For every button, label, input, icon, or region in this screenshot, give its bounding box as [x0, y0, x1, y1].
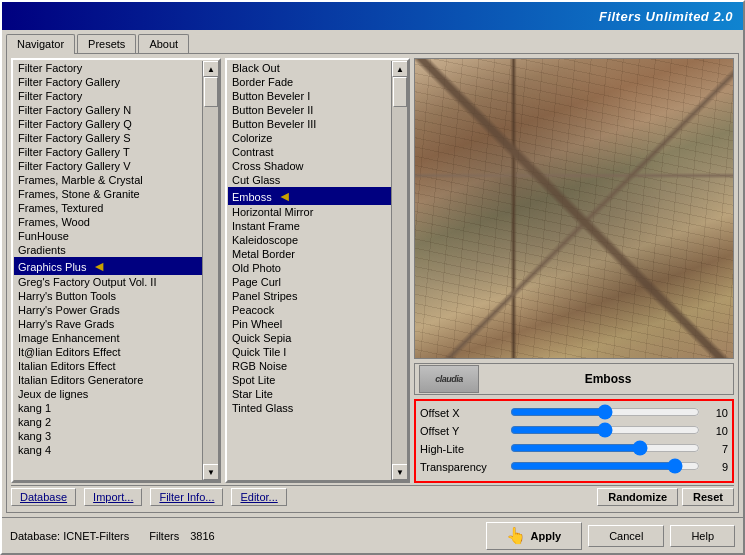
left-list-item[interactable]: Filter Factory [14, 61, 202, 75]
left-list-item[interactable]: Filter Factory Gallery Q [14, 117, 202, 131]
left-list-item[interactable]: Gradients [14, 243, 202, 257]
scroll-down-btn[interactable]: ▼ [203, 464, 219, 480]
filter-name-display: Emboss [487, 372, 729, 386]
left-list-item[interactable]: Filter Factory Gallery S [14, 131, 202, 145]
middle-list-item[interactable]: Old Photo [228, 261, 391, 275]
middle-list-item[interactable]: Emboss ◄ [228, 187, 391, 205]
middle-list-item[interactable]: Tinted Glass [228, 401, 391, 415]
cancel-btn[interactable]: Cancel [588, 525, 664, 547]
left-list-item[interactable]: Frames, Marble & Crystal [14, 173, 202, 187]
left-scrollbar[interactable]: ▲ ▼ [202, 61, 218, 480]
param-label: Offset Y [420, 425, 510, 437]
left-list-item[interactable]: Harry's Power Grads [14, 303, 202, 317]
pane-area: Filter FactoryFilter Factory GalleryFilt… [11, 58, 734, 483]
middle-list-item[interactable]: Peacock [228, 303, 391, 317]
middle-list-item[interactable]: Metal Border [228, 247, 391, 261]
left-list-item[interactable]: It@lian Editors Effect [14, 345, 202, 359]
scroll-up-btn[interactable]: ▲ [203, 61, 219, 77]
middle-list-item[interactable]: Cut Glass [228, 173, 391, 187]
left-list-item[interactable]: Filter Factory Gallery T [14, 145, 202, 159]
category-list[interactable]: Filter FactoryFilter Factory GalleryFilt… [14, 61, 202, 480]
filter-info-bar: claudia Emboss [414, 363, 734, 395]
middle-list-item[interactable]: Quick Sepia [228, 331, 391, 345]
scroll-thumb-mid[interactable] [393, 77, 407, 107]
filters-status: Filters 3816 [149, 530, 215, 542]
left-list-item[interactable]: Frames, Stone & Granite [14, 187, 202, 201]
middle-list-item[interactable]: Page Curl [228, 275, 391, 289]
middle-list-item[interactable]: Colorize [228, 131, 391, 145]
filters-value: 3816 [190, 530, 214, 542]
db-status: Database: ICNET-Filters [10, 530, 129, 542]
import-btn[interactable]: Import... [84, 488, 142, 506]
left-list-item[interactable]: Filter Factory Gallery N [14, 103, 202, 117]
left-list-item[interactable]: Frames, Textured [14, 201, 202, 215]
middle-list-item[interactable]: Spot Lite [228, 373, 391, 387]
left-list-item[interactable]: Graphics Plus ◄ [14, 257, 202, 275]
left-list-item[interactable]: Italian Editors Effect [14, 359, 202, 373]
apply-area: 👆 Apply Cancel Help [486, 522, 735, 550]
param-slider-wrapper [510, 423, 700, 439]
preview-image [415, 59, 733, 358]
middle-list-item[interactable]: Contrast [228, 145, 391, 159]
reset-btn[interactable]: Reset [682, 488, 734, 506]
param-label: Offset X [420, 407, 510, 419]
param-slider[interactable] [510, 459, 700, 473]
middle-list-item[interactable]: Pin Wheel [228, 317, 391, 331]
middle-list-item[interactable]: Star Lite [228, 387, 391, 401]
middle-scrollbar[interactable]: ▲ ▼ [391, 61, 407, 480]
left-list-item[interactable]: Filter Factory [14, 89, 202, 103]
help-btn[interactable]: Help [670, 525, 735, 547]
middle-list-item[interactable]: Instant Frame [228, 219, 391, 233]
randomize-btn[interactable]: Randomize [597, 488, 678, 506]
left-list-item[interactable]: Italian Editors Generatore [14, 373, 202, 387]
middle-list-item[interactable]: Border Fade [228, 75, 391, 89]
apply-label: Apply [531, 530, 562, 542]
left-list-item[interactable]: kang 1 [14, 401, 202, 415]
param-value: 10 [704, 425, 728, 437]
left-list-item[interactable]: Jeux de lignes [14, 387, 202, 401]
param-slider[interactable] [510, 423, 700, 437]
title-bar-text: Filters Unlimited 2.0 [599, 9, 733, 24]
middle-list-item[interactable]: Button Beveler II [228, 103, 391, 117]
editor-btn[interactable]: Editor... [231, 488, 286, 506]
middle-list-item[interactable]: Quick Tile I [228, 345, 391, 359]
apply-btn[interactable]: 👆 Apply [486, 522, 583, 550]
param-value: 10 [704, 407, 728, 419]
left-list-item[interactable]: Harry's Rave Grads [14, 317, 202, 331]
middle-list-item[interactable]: RGB Noise [228, 359, 391, 373]
middle-list-item[interactable]: Button Beveler III [228, 117, 391, 131]
param-slider[interactable] [510, 441, 700, 455]
param-row: High-Lite7 [420, 441, 728, 457]
left-list-item[interactable]: Frames, Wood [14, 215, 202, 229]
left-list-item[interactable]: Filter Factory Gallery [14, 75, 202, 89]
param-row: Offset X10 [420, 405, 728, 421]
param-slider[interactable] [510, 405, 700, 419]
tab-about[interactable]: About [138, 34, 189, 53]
left-list-item[interactable]: Harry's Button Tools [14, 289, 202, 303]
left-list-item[interactable]: Image Enhancement [14, 331, 202, 345]
middle-list-item[interactable]: Horizontal Mirror [228, 205, 391, 219]
scroll-thumb[interactable] [204, 77, 218, 107]
database-btn[interactable]: Database [11, 488, 76, 506]
filters-label: Filters [149, 530, 179, 542]
left-list-item[interactable]: Greg's Factory Output Vol. II [14, 275, 202, 289]
tab-navigator[interactable]: Navigator [6, 34, 75, 54]
param-value: 9 [704, 461, 728, 473]
middle-list-item[interactable]: Panel Stripes [228, 289, 391, 303]
tab-presets[interactable]: Presets [77, 34, 136, 53]
middle-list-item[interactable]: Cross Shadow [228, 159, 391, 173]
middle-list-item[interactable]: Kaleidoscope [228, 233, 391, 247]
left-list-item[interactable]: Filter Factory Gallery V [14, 159, 202, 173]
middle-list-item[interactable]: Button Beveler I [228, 89, 391, 103]
scroll-up-btn-mid[interactable]: ▲ [392, 61, 408, 77]
middle-list-item[interactable]: Black Out [228, 61, 391, 75]
left-list-item[interactable]: kang 3 [14, 429, 202, 443]
filter-list[interactable]: Black OutBorder FadeButton Beveler IButt… [228, 61, 391, 480]
scroll-down-btn-mid[interactable]: ▼ [392, 464, 408, 480]
left-list-item[interactable]: kang 4 [14, 443, 202, 457]
param-slider-wrapper [510, 459, 700, 475]
toolbar-left: Database Import... Filter Info... Editor… [11, 488, 287, 506]
filter-info-btn[interactable]: Filter Info... [150, 488, 223, 506]
left-list-item[interactable]: kang 2 [14, 415, 202, 429]
left-list-item[interactable]: FunHouse [14, 229, 202, 243]
